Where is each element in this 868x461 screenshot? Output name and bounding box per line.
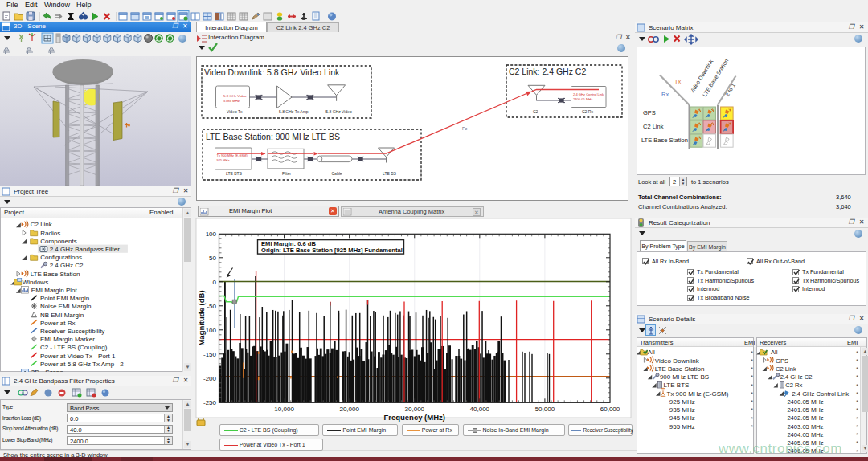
svg-text:2.4 GHz Bandpass Filter: 2.4 GHz Bandpass Filter (50, 246, 120, 253)
svg-text:935 MHz: 935 MHz (669, 406, 695, 414)
svg-text:Noise EMI Margin: Noise EMI Margin (40, 303, 92, 310)
svg-text:2401.05 MHz: 2401.05 MHz (787, 406, 823, 414)
svg-text:Origin: LTE Base Station [925: Origin: LTE Base Station [925 MHz] Funda… (261, 247, 403, 254)
svg-text:Tx: Tx (674, 78, 682, 85)
svg-text:40,000: 40,000 (470, 406, 490, 413)
svg-text:EMI Margin Plot: EMI Margin Plot (31, 287, 78, 294)
svg-text:2.4 GHz C2: 2.4 GHz C2 (50, 262, 84, 269)
svg-text:*: * (751, 414, 753, 422)
svg-text:10,000: 10,000 (274, 406, 294, 413)
svg-text:Point EMI Margin: Point EMI Margin (40, 295, 89, 302)
svg-text:LTE BS: LTE BS (383, 171, 397, 176)
svg-text:*: * (856, 349, 858, 356)
svg-text:925 MHz: 925 MHz (217, 158, 230, 162)
svg-text:LTE Base Station: 900 MHz LTE: LTE Base Station: 900 MHz LTE BS (206, 132, 340, 141)
svg-text:Power at 5.8 GHz Tx Amp - 2: Power at 5.8 GHz Tx Amp - 2 (40, 361, 124, 368)
svg-text:LTE BTS: LTE BTS (226, 171, 243, 176)
svg-text:Radios: Radios (40, 230, 60, 237)
svg-text:Fo: Fo (462, 126, 467, 131)
svg-text:Video Downlink: Video Downlink (655, 357, 700, 364)
svg-text:5.8 GHz Video: 5.8 GHz Video (326, 109, 352, 114)
svg-text:C2 - LTE BS (Coupling): C2 - LTE BS (Coupling) (40, 344, 108, 351)
svg-text:LTE Base Station: LTE Base Station (655, 365, 705, 372)
svg-text:945 MHz: 945 MHz (669, 414, 695, 422)
svg-text:*: * (856, 422, 858, 430)
svg-text:*: * (751, 406, 753, 414)
svg-text:Receiver Susceptibility: Receiver Susceptibility (40, 328, 104, 335)
svg-text:Video Downlink: 5.8 GHz Video: Video Downlink: 5.8 GHz Video Link (204, 67, 340, 77)
svg-text:925 MHz: 925 MHz (669, 398, 695, 405)
svg-text:20,000: 20,000 (339, 406, 359, 413)
svg-text:C2 Link: C2 Link (643, 123, 664, 130)
svg-text:955 MHz: 955 MHz (669, 422, 695, 430)
svg-text:2.4 GHz C2: 2.4 GHz C2 (780, 373, 813, 381)
svg-text:C2: C2 (533, 109, 538, 114)
svg-text:-200: -200 (203, 375, 217, 382)
svg-text:Tx 900 MHz (E-GSM): Tx 900 MHz (E-GSM) (667, 390, 729, 397)
svg-text:5.8 GHz Video: 5.8 GHz Video (223, 94, 247, 98)
svg-text:-50: -50 (207, 303, 216, 310)
svg-text:*: * (751, 365, 753, 373)
svg-text:-150: -150 (203, 351, 217, 358)
svg-text:2.4 GHz Control Link: 2.4 GHz Control Link (792, 390, 850, 397)
svg-text:Power at Rx: Power at Rx (40, 320, 76, 327)
svg-text:*: * (856, 398, 858, 406)
svg-text:900 MHz LTE BS: 900 MHz LTE BS (660, 373, 709, 381)
svg-text:*: * (751, 422, 753, 430)
svg-text:50: 50 (209, 255, 216, 262)
svg-text:*: * (751, 398, 753, 406)
svg-text:2.4 GHz Control Link: 2.4 GHz Control Link (573, 92, 604, 96)
svg-text:All: All (771, 349, 778, 356)
svg-text:Rx: Rx (661, 91, 669, 98)
svg-text:LTE Base Station: LTE Base Station (641, 137, 688, 144)
svg-text:5785 MHz: 5785 MHz (223, 99, 240, 103)
svg-text:*: * (856, 365, 858, 373)
svg-text:2400.05 MHz: 2400.05 MHz (573, 97, 592, 101)
svg-text:Video Tx: Video Tx (227, 109, 243, 114)
svg-text:Windows: Windows (23, 279, 48, 286)
svg-text:0: 0 (213, 279, 217, 286)
svg-text:*: * (751, 349, 753, 356)
svg-text:*: * (751, 373, 753, 381)
svg-text:C2 Link: C2 Link (31, 221, 53, 228)
svg-text:50,000: 50,000 (535, 406, 555, 413)
svg-text:*: * (856, 406, 858, 414)
svg-text:2400.05 MHz: 2400.05 MHz (787, 398, 823, 405)
svg-text:*: * (751, 390, 753, 397)
svg-text:LTE Base Station: LTE Base Station (31, 271, 80, 278)
svg-text:LTE BTS: LTE BTS (664, 381, 690, 389)
svg-text:*: * (856, 357, 858, 364)
svg-text:2402.05 MHz: 2402.05 MHz (787, 414, 823, 422)
svg-text:*: * (856, 390, 858, 397)
svg-text:2 to 1: 2 to 1 (724, 82, 736, 97)
svg-text:*: * (856, 373, 858, 381)
svg-text:*: * (856, 381, 858, 389)
svg-text:*: * (751, 357, 753, 364)
svg-text:GPS: GPS (776, 357, 788, 364)
svg-text:2404.05 MHz: 2404.05 MHz (787, 430, 823, 438)
svg-text:*: * (751, 381, 753, 389)
svg-text:GPS: GPS (643, 109, 656, 116)
svg-text:60,000: 60,000 (600, 406, 620, 413)
svg-text:EMI Margin Marker: EMI Margin Marker (40, 336, 95, 343)
svg-text:NB EMI Margin: NB EMI Margin (40, 312, 84, 319)
svg-text:2403.05 MHz: 2403.05 MHz (787, 422, 823, 430)
svg-text:Magnitude (dB): Magnitude (dB) (197, 290, 206, 345)
svg-text:100: 100 (206, 230, 217, 238)
svg-text:Power at Video Tx - Port 1: Power at Video Tx - Port 1 (40, 353, 116, 360)
svg-text:*: * (856, 431, 858, 439)
svg-text:C2 Rx: C2 Rx (785, 381, 802, 389)
svg-text:Cable: Cable (332, 171, 342, 176)
svg-text:Components: Components (40, 238, 76, 245)
svg-text:5.8 GHz Tx Amp: 5.8 GHz Tx Amp (279, 109, 309, 114)
svg-text:Configurations: Configurations (40, 254, 82, 261)
svg-text:C2 Link: 2.4 GHz C2: C2 Link: 2.4 GHz C2 (509, 67, 586, 76)
svg-text:C2 Link: C2 Link (776, 365, 796, 372)
svg-text:C2 Rx: C2 Rx (582, 109, 593, 114)
svg-text:30,000: 30,000 (405, 406, 425, 413)
svg-text:3D - Scene: 3D - Scene (31, 369, 64, 372)
svg-text:-250: -250 (203, 399, 217, 406)
svg-text:All: All (648, 349, 655, 356)
svg-text:Filter: Filter (282, 171, 291, 176)
svg-text:*: * (856, 414, 858, 422)
